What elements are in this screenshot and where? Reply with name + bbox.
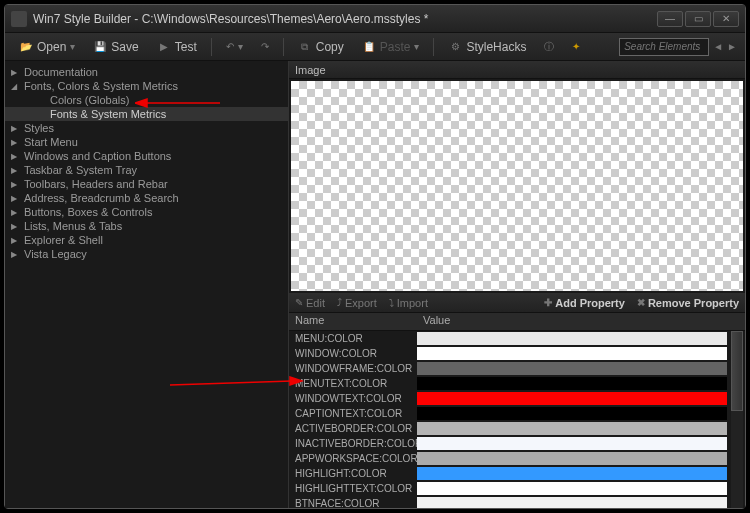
value-column-header[interactable]: Value <box>417 313 456 330</box>
name-column-header[interactable]: Name <box>289 313 417 330</box>
info-button[interactable]: ⓘ <box>538 38 560 56</box>
tree-item[interactable]: ▶Start Menu <box>5 135 288 149</box>
property-row[interactable]: WINDOWTEXT:COLOR <box>289 391 745 406</box>
property-name: MENU:COLOR <box>289 333 417 344</box>
tree-item[interactable]: ▶Buttons, Boxes & Controls <box>5 205 288 219</box>
tree-item[interactable]: ▶Documentation <box>5 65 288 79</box>
test-button[interactable]: ▶ Test <box>151 38 203 56</box>
property-row[interactable]: BTNFACE:COLOR <box>289 496 745 508</box>
titlebar[interactable]: Win7 Style Builder - C:\Windows\Resource… <box>5 5 745 33</box>
stylehacks-icon: ⚙ <box>448 40 462 54</box>
help-button[interactable]: ✦ <box>566 39 586 54</box>
tree-item-label: Lists, Menus & Tabs <box>24 220 122 232</box>
tree-item[interactable]: ▶Taskbar & System Tray <box>5 163 288 177</box>
property-color-swatch[interactable] <box>417 362 727 375</box>
edit-icon: ✎ <box>295 297 303 308</box>
property-name: BTNFACE:COLOR <box>289 498 417 508</box>
open-label: Open <box>37 40 66 54</box>
save-label: Save <box>111 40 138 54</box>
image-panel-header: Image <box>289 61 745 79</box>
property-color-swatch[interactable] <box>417 467 727 480</box>
tree-item[interactable]: ▶Explorer & Shell <box>5 233 288 247</box>
search-container: ◄ ► <box>619 38 737 56</box>
search-next-icon[interactable]: ► <box>727 41 737 52</box>
redo-button[interactable]: ↷ <box>255 39 275 54</box>
tree-arrow-icon: ▶ <box>11 250 21 259</box>
tree-arrow-icon: ▶ <box>11 152 21 161</box>
property-row[interactable]: INACTIVEBORDER:COLOR <box>289 436 745 451</box>
add-property-button[interactable]: ✚Add Property <box>544 297 625 309</box>
scrollbar[interactable] <box>731 331 743 508</box>
search-input[interactable] <box>619 38 709 56</box>
property-color-swatch[interactable] <box>417 392 727 405</box>
open-button[interactable]: 📂 Open ▾ <box>13 38 81 56</box>
property-color-swatch[interactable] <box>417 407 727 420</box>
property-row[interactable]: CAPTIONTEXT:COLOR <box>289 406 745 421</box>
scrollbar-thumb[interactable] <box>731 331 743 411</box>
app-icon <box>11 11 27 27</box>
property-list[interactable]: MENU:COLORWINDOW:COLORWINDOWFRAME:COLORM… <box>289 331 745 508</box>
property-color-swatch[interactable] <box>417 347 727 360</box>
export-button[interactable]: ⤴Export <box>337 297 377 309</box>
dropdown-icon: ▾ <box>70 41 75 52</box>
property-name: MENUTEXT:COLOR <box>289 378 417 389</box>
property-color-swatch[interactable] <box>417 482 727 495</box>
export-icon: ⤴ <box>337 297 342 308</box>
save-button[interactable]: 💾 Save <box>87 38 144 56</box>
tree-item[interactable]: Fonts & System Metrics <box>5 107 288 121</box>
paste-button[interactable]: 📋 Paste ▾ <box>356 38 426 56</box>
main-toolbar: 📂 Open ▾ 💾 Save ▶ Test ↶▾ ↷ ⧉ Copy 📋 Pas… <box>5 33 745 61</box>
tree-item[interactable]: Colors (Globals) <box>5 93 288 107</box>
property-name: HIGHLIGHT:COLOR <box>289 468 417 479</box>
property-color-swatch[interactable] <box>417 377 727 390</box>
test-label: Test <box>175 40 197 54</box>
tree-item-label: Start Menu <box>24 136 78 148</box>
tree-item[interactable]: ▶Toolbars, Headers and Rebar <box>5 177 288 191</box>
minimize-button[interactable]: — <box>657 11 683 27</box>
tree-item-label: Explorer & Shell <box>24 234 103 246</box>
tree-item[interactable]: ▶Styles <box>5 121 288 135</box>
property-row[interactable]: APPWORKSPACE:COLOR <box>289 451 745 466</box>
stylehacks-button[interactable]: ⚙ StyleHacks <box>442 38 532 56</box>
property-row[interactable]: MENUTEXT:COLOR <box>289 376 745 391</box>
property-color-swatch[interactable] <box>417 332 727 345</box>
close-button[interactable]: ✕ <box>713 11 739 27</box>
toolbar-separator <box>433 38 434 56</box>
tree-item[interactable]: ▶Lists, Menus & Tabs <box>5 219 288 233</box>
tree-item[interactable]: ▶Address, Breadcrumb & Search <box>5 191 288 205</box>
image-preview[interactable] <box>291 81 743 291</box>
property-name: WINDOWTEXT:COLOR <box>289 393 417 404</box>
edit-button[interactable]: ✎Edit <box>295 297 325 309</box>
tree-arrow-icon: ▶ <box>11 166 21 175</box>
tree-item-label: Taskbar & System Tray <box>24 164 137 176</box>
maximize-button[interactable]: ▭ <box>685 11 711 27</box>
property-row[interactable]: HIGHLIGHTTEXT:COLOR <box>289 481 745 496</box>
property-color-swatch[interactable] <box>417 452 727 465</box>
tree-item[interactable]: ▶Windows and Caption Buttons <box>5 149 288 163</box>
tree-arrow-icon: ◢ <box>11 82 21 91</box>
property-row[interactable]: WINDOWFRAME:COLOR <box>289 361 745 376</box>
property-row[interactable]: WINDOW:COLOR <box>289 346 745 361</box>
window-controls: — ▭ ✕ <box>657 11 739 27</box>
paste-label: Paste <box>380 40 411 54</box>
property-row[interactable]: MENU:COLOR <box>289 331 745 346</box>
search-prev-icon[interactable]: ◄ <box>713 41 723 52</box>
undo-icon: ↶ <box>226 41 234 52</box>
tree-item[interactable]: ◢Fonts, Colors & System Metrics <box>5 79 288 93</box>
import-button[interactable]: ⤵Import <box>389 297 428 309</box>
undo-button[interactable]: ↶▾ <box>220 39 249 54</box>
copy-icon: ⧉ <box>298 40 312 54</box>
property-color-swatch[interactable] <box>417 437 727 450</box>
property-name: ACTIVEBORDER:COLOR <box>289 423 417 434</box>
tree-sidebar[interactable]: ▶Documentation◢Fonts, Colors & System Me… <box>5 61 289 508</box>
save-icon: 💾 <box>93 40 107 54</box>
remove-property-button[interactable]: ✖Remove Property <box>637 297 739 309</box>
image-panel: Image <box>289 61 745 293</box>
tree-item[interactable]: ▶Vista Legacy <box>5 247 288 261</box>
property-row[interactable]: ACTIVEBORDER:COLOR <box>289 421 745 436</box>
copy-button[interactable]: ⧉ Copy <box>292 38 350 56</box>
property-row[interactable]: HIGHLIGHT:COLOR <box>289 466 745 481</box>
property-color-swatch[interactable] <box>417 497 727 508</box>
property-color-swatch[interactable] <box>417 422 727 435</box>
help-icon: ✦ <box>572 41 580 52</box>
